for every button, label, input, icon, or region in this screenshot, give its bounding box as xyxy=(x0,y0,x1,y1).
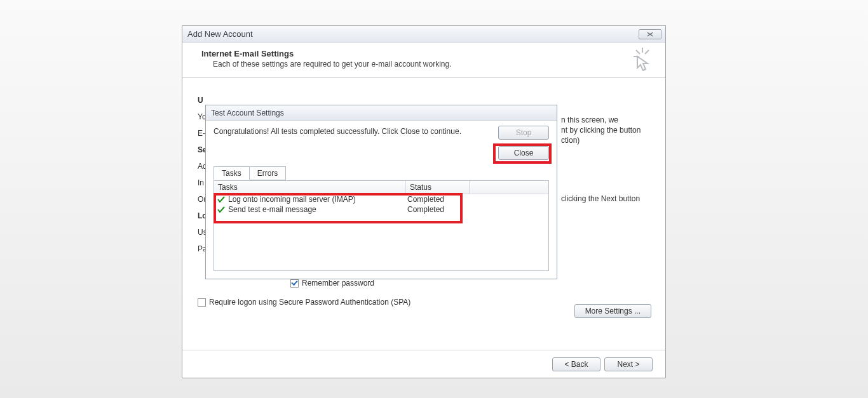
task-row: Send test e-mail message Completed xyxy=(214,204,548,215)
spa-label: Require logon using Secure Password Auth… xyxy=(209,298,410,307)
back-button[interactable]: < Back xyxy=(552,357,600,371)
remember-password-checkbox[interactable] xyxy=(290,279,299,288)
svg-line-2 xyxy=(645,50,649,54)
close-button-wrap: Close xyxy=(498,146,549,160)
more-settings-button[interactable]: More Settings ... xyxy=(574,304,651,318)
test-success-message: Congratulations! All tests completed suc… xyxy=(214,127,461,136)
dialog-footer: < Back Next > xyxy=(182,350,665,378)
spa-checkbox[interactable] xyxy=(198,298,206,307)
checkmark-icon xyxy=(214,196,228,203)
task-status: Completed xyxy=(407,205,470,214)
stop-button[interactable]: Stop xyxy=(498,126,549,140)
window-title: Add New Account xyxy=(187,29,253,39)
obscured-right-text: n this screen, we nt by clicking the but… xyxy=(561,115,641,204)
tasks-panel: Tasks Status Log onto incoming mail serv… xyxy=(214,180,549,271)
test-dialog-title: Test Account Settings xyxy=(206,105,557,121)
close-button[interactable]: Close xyxy=(498,146,549,160)
task-status: Completed xyxy=(407,195,470,204)
task-name: Log onto incoming mail server (IMAP) xyxy=(228,195,407,204)
checkmark-icon xyxy=(214,206,228,213)
spa-row: Require logon using Secure Password Auth… xyxy=(198,298,410,307)
window-close-button[interactable] xyxy=(639,29,661,39)
remember-password-label: Remember password xyxy=(302,279,374,288)
test-account-settings-dialog: Test Account Settings Congratulations! A… xyxy=(205,105,557,279)
tab-errors[interactable]: Errors xyxy=(249,166,287,180)
stop-button-wrap: Stop xyxy=(498,126,549,140)
svg-line-1 xyxy=(636,50,640,54)
column-headers: Tasks Status xyxy=(214,181,548,194)
cursor-sparkle-icon xyxy=(627,46,653,72)
header-strip: Internet E-mail Settings Each of these s… xyxy=(182,43,665,78)
header-subtitle: Each of these settings are required to g… xyxy=(201,60,653,69)
close-icon xyxy=(646,32,654,37)
more-settings-wrap: More Settings ... xyxy=(574,304,651,318)
tabstrip: Tasks Errors xyxy=(214,166,285,180)
tab-tasks[interactable]: Tasks xyxy=(214,166,250,180)
col-status-header: Status xyxy=(406,181,470,194)
header-title: Internet E-mail Settings xyxy=(201,49,653,58)
test-dialog-body: Congratulations! All tests completed suc… xyxy=(206,121,557,279)
next-button[interactable]: Next > xyxy=(604,357,653,371)
col-spacer xyxy=(470,181,548,194)
remember-password-row: Remember password xyxy=(290,279,374,288)
task-rows: Log onto incoming mail server (IMAP) Com… xyxy=(214,194,548,215)
task-name: Send test e-mail message xyxy=(228,205,407,214)
titlebar: Add New Account xyxy=(182,26,665,43)
col-tasks-header: Tasks xyxy=(214,181,406,194)
task-row: Log onto incoming mail server (IMAP) Com… xyxy=(214,194,548,204)
